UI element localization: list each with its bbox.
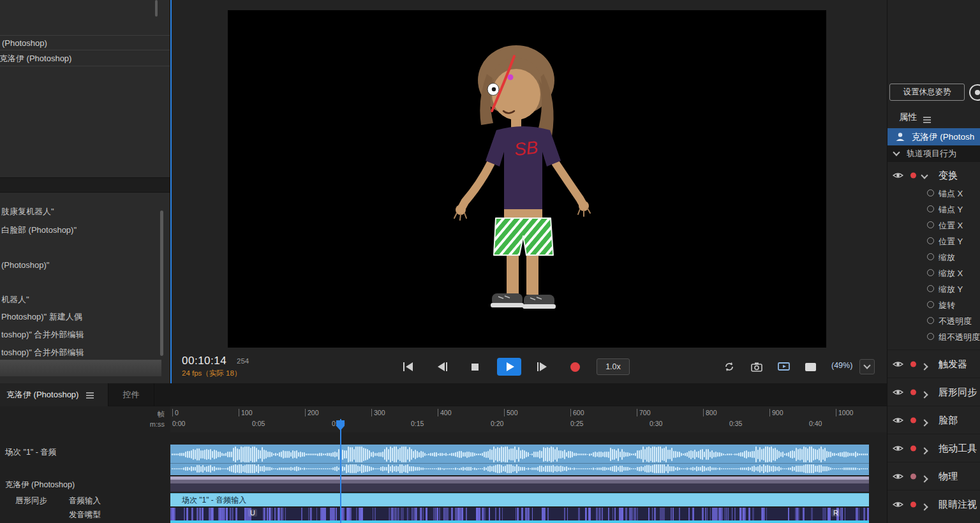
property-row-opacity[interactable]: 不透明度	[887, 313, 980, 328]
eye-icon[interactable]	[893, 445, 903, 452]
keyframe-ring-icon[interactable]	[927, 301, 934, 308]
history-item[interactable]: (Photoshop)"	[0, 258, 161, 272]
eye-icon[interactable]	[893, 360, 903, 368]
tab-puppet-timeline[interactable]: 克洛伊 (Photoshop)	[0, 383, 108, 406]
panel-menu-icon[interactable]	[923, 115, 931, 124]
property-row-group-opacity[interactable]: 组不透明度	[887, 328, 980, 344]
scrollbar-thumb[interactable]	[155, 0, 158, 17]
camera-record-icon[interactable]	[969, 84, 980, 101]
eye-icon[interactable]	[893, 172, 903, 179]
audio-take-bar[interactable]	[170, 445, 869, 475]
behavior-label: 触发器	[939, 358, 967, 370]
track-item-behaviors-section[interactable]: 轨道项目行为	[887, 145, 980, 162]
behavior-row-transform[interactable]: 变换	[887, 166, 980, 184]
behavior-row-lipsync[interactable]: 唇形同步	[887, 378, 980, 406]
property-row-anchor-x[interactable]: 锚点 X	[887, 185, 980, 201]
keyframe-ring-icon[interactable]	[927, 269, 934, 276]
arm-record-dot[interactable]	[910, 173, 916, 179]
behavior-row-eyegaze[interactable]: 眼睛注视	[887, 490, 980, 518]
puppet-character[interactable]: SB	[228, 10, 826, 348]
keyframe-ring-icon[interactable]	[927, 205, 934, 212]
puppet-track-bar[interactable]	[170, 476, 869, 492]
keyframe-ring-icon[interactable]	[927, 253, 934, 260]
track-header-lipsync[interactable]: 唇形同步	[15, 496, 47, 506]
snapshot-button[interactable]	[749, 359, 764, 374]
playhead-line[interactable]	[340, 419, 341, 523]
arm-record-dot[interactable]	[910, 389, 916, 395]
history-item[interactable]: 白脸部 (Photoshop)"	[0, 223, 161, 237]
stop-button[interactable]	[466, 359, 483, 374]
property-row-rotation[interactable]: 旋转	[887, 297, 980, 313]
zoom-dropdown-button[interactable]	[859, 359, 875, 374]
history-item[interactable]: 肢康复机器人"	[0, 205, 161, 219]
chevron-down-icon[interactable]	[921, 172, 928, 179]
eye-icon[interactable]	[893, 388, 903, 396]
arm-record-dot[interactable]	[910, 501, 916, 507]
project-item[interactable]: (Photoshop)	[0, 35, 170, 50]
playback-speed-button[interactable]: 1.0x	[597, 358, 630, 375]
keyframe-ring-icon[interactable]	[927, 333, 934, 340]
zoom-level[interactable]: (49%)	[831, 361, 852, 370]
project-item[interactable]: 克洛伊 (Photoshop)	[0, 51, 170, 66]
property-row-anchor-y[interactable]: 锚点 Y	[887, 201, 980, 217]
property-row-position-y[interactable]: 位置 Y	[887, 233, 980, 249]
behavior-row-triggers[interactable]: 触发器	[887, 350, 980, 378]
behavior-row-face[interactable]: 脸部	[887, 406, 980, 434]
stage-background-toggle[interactable]	[803, 359, 818, 374]
panel-menu-icon[interactable]	[86, 391, 94, 400]
scene-stage[interactable]: SB	[228, 10, 826, 348]
chevron-right-icon[interactable]	[921, 419, 928, 426]
chevron-right-icon[interactable]	[921, 447, 928, 454]
live-stream-button[interactable]	[776, 359, 792, 374]
scrollbar-thumb[interactable]	[160, 210, 163, 356]
property-row-scale-x[interactable]: 缩放 X	[887, 265, 980, 281]
property-row-scale-y[interactable]: 缩放 Y	[887, 281, 980, 297]
property-row-position-x[interactable]: 位置 X	[887, 217, 980, 233]
arm-record-dot[interactable]	[910, 417, 916, 423]
viseme-label[interactable]: R	[831, 509, 840, 517]
property-row-scale[interactable]: 缩放	[887, 249, 980, 265]
chevron-right-icon[interactable]	[921, 475, 928, 482]
keyframe-ring-icon[interactable]	[927, 317, 934, 324]
history-item[interactable]: toshop)" 合并外部编辑	[0, 328, 161, 342]
track-header-viseme[interactable]: 发音嘴型	[69, 510, 101, 520]
tab-controls[interactable]: 控件	[108, 383, 154, 406]
history-item-selected[interactable]	[0, 360, 161, 376]
eye-icon[interactable]	[893, 501, 903, 508]
viseme-label[interactable]: U	[248, 509, 257, 517]
track-header-puppet[interactable]: 克洛伊 (Photoshop)	[5, 480, 75, 490]
eye-icon[interactable]	[893, 416, 903, 424]
next-frame-button[interactable]	[533, 359, 550, 374]
chevron-right-icon[interactable]	[921, 363, 928, 370]
timeline-ruler[interactable]: 0 100 200 300 400 500 600 700 800 900 10…	[170, 406, 887, 432]
loop-playback-button[interactable]	[722, 359, 737, 374]
lipsync-take-bar[interactable]: 场次 "1" - 音频输入	[170, 493, 869, 506]
viseme-track-bar[interactable]: U R	[170, 508, 869, 520]
eye-icon[interactable]	[893, 473, 903, 480]
keyframe-ring-icon[interactable]	[927, 237, 934, 244]
chevron-right-icon[interactable]	[921, 391, 928, 398]
selected-puppet-row[interactable]: 克洛伊 (Photosh	[887, 128, 980, 145]
track-header-audio[interactable]: 场次 "1" - 音频	[5, 447, 56, 458]
arm-record-dot[interactable]	[910, 473, 916, 479]
arm-record-dot[interactable]	[910, 361, 916, 367]
history-item[interactable]: 机器人"	[0, 293, 161, 307]
arm-record-dot[interactable]	[910, 445, 916, 451]
track-header-audio-input[interactable]: 音频输入	[69, 496, 101, 506]
chevron-right-icon[interactable]	[921, 503, 928, 510]
history-item[interactable]: Photoshop)" 新建人偶	[0, 310, 161, 324]
previous-frame-button[interactable]	[434, 359, 450, 374]
play-button[interactable]	[497, 358, 521, 376]
record-button[interactable]	[567, 359, 583, 374]
go-to-start-button[interactable]	[399, 359, 416, 374]
history-item[interactable]: toshop)" 合并外部编辑	[0, 346, 161, 360]
timecode-display[interactable]: 00:10:14	[182, 355, 226, 367]
keyframe-ring-icon[interactable]	[927, 285, 934, 292]
keyframe-ring-icon[interactable]	[927, 221, 934, 228]
keyframe-ring-icon[interactable]	[927, 189, 934, 196]
history-item-label: 白脸部 (Photoshop)"	[1, 225, 77, 235]
behavior-row-physics[interactable]: 物理	[887, 462, 980, 490]
property-label: 位置 X	[939, 220, 963, 232]
behavior-row-dragger[interactable]: 拖动工具	[887, 434, 980, 462]
set-rest-pose-button[interactable]: 设置休息姿势	[889, 84, 965, 101]
